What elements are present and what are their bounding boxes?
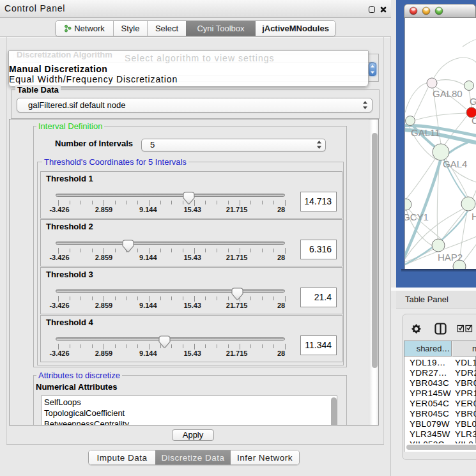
svg-text:C: C xyxy=(472,115,476,126)
svg-text:GAL4: GAL4 xyxy=(443,158,467,169)
svg-text:GAL11: GAL11 xyxy=(411,127,440,138)
svg-text:GA: GA xyxy=(470,96,476,107)
svg-text:GAL80: GAL80 xyxy=(433,88,463,99)
svg-text:GCY1: GCY1 xyxy=(405,211,429,222)
svg-text:HAP2: HAP2 xyxy=(438,252,463,263)
svg-text:H: H xyxy=(472,211,476,222)
